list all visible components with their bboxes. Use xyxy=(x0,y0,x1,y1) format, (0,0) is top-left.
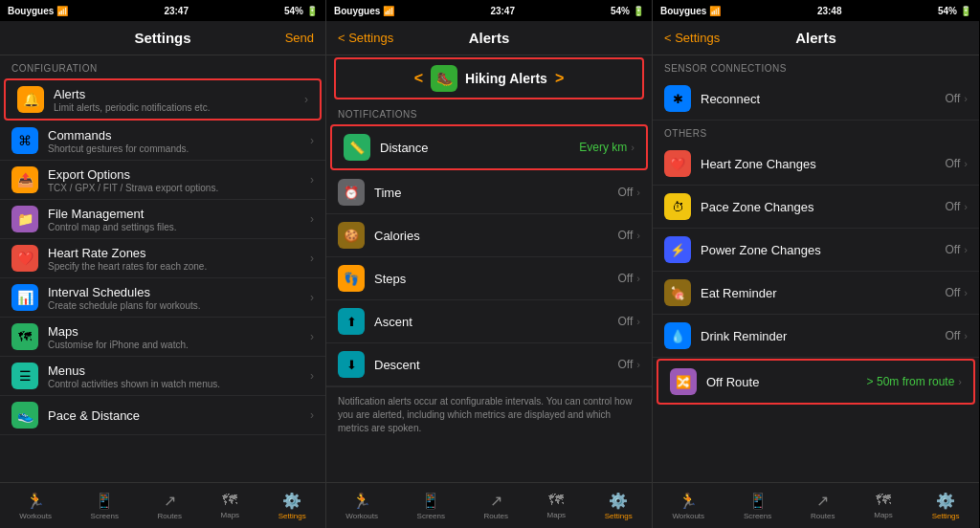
tab-workouts-3[interactable]: 🏃 Workouts xyxy=(672,492,704,520)
prev-activity-button[interactable]: < xyxy=(414,70,423,87)
file-mgmt-subtitle: Control map and settings files. xyxy=(48,222,306,232)
tab-bar-3: 🏃 Workouts 📱 Screens ↗ Routes 🗺 Maps ⚙️ … xyxy=(653,482,979,528)
nav-send-button[interactable]: Send xyxy=(285,31,314,45)
maps-chevron: › xyxy=(310,330,314,343)
workouts-icon-2: 🏃 xyxy=(352,492,371,510)
export-title: Export Options xyxy=(48,167,306,182)
tab-routes-1[interactable]: ↗ Routes xyxy=(158,492,182,520)
steps-alert-row[interactable]: 👣 Steps Off › xyxy=(326,257,652,300)
file-mgmt-row[interactable]: 📁 File Management Control map and settin… xyxy=(0,200,325,239)
heart-zone-row[interactable]: ❤️ Heart Zone Changes Off › xyxy=(653,143,979,186)
screens-icon-2: 📱 xyxy=(421,492,440,510)
maps-row[interactable]: 🗺 Maps Customise for iPhone and watch. › xyxy=(0,318,325,357)
tab-workouts-2[interactable]: 🏃 Workouts xyxy=(345,492,378,520)
status-left-2: Bouygues 📶 xyxy=(334,6,394,16)
reconnect-label: Reconnect xyxy=(701,92,946,106)
tab-workouts-1[interactable]: 🏃 Workouts xyxy=(19,492,52,520)
wifi-icon-1: 📶 xyxy=(56,6,68,16)
time-label: Time xyxy=(374,186,618,200)
tab-maps-1[interactable]: 🗺 Maps xyxy=(221,492,240,519)
tab-settings-2[interactable]: ⚙️ Settings xyxy=(605,492,633,520)
interval-row[interactable]: 📊 Interval Schedules Create schedule pla… xyxy=(0,278,325,318)
tab-maps-2[interactable]: 🗺 Maps xyxy=(547,492,567,519)
off-route-chevron: › xyxy=(958,376,962,387)
reconnect-chevron: › xyxy=(964,93,968,104)
next-activity-button[interactable]: > xyxy=(555,70,564,87)
maps-tab-label-3: Maps xyxy=(874,511,893,519)
drink-reminder-row[interactable]: 💧 Drink Reminder Off › xyxy=(653,315,979,358)
notifications-header: NOTIFICATIONS xyxy=(326,101,652,123)
status-left-3: Bouygues 📶 xyxy=(660,6,721,16)
screens-label-2: Screens xyxy=(417,512,445,520)
others-header: OTHERS xyxy=(653,121,979,143)
tab-routes-2[interactable]: ↗ Routes xyxy=(484,492,508,520)
power-zone-row[interactable]: ⚡ Power Zone Changes Off › xyxy=(653,229,979,272)
battery-icon-2: 🔋 xyxy=(633,6,644,16)
nav-back-3[interactable]: < Settings xyxy=(664,31,720,45)
heart-zone-label: Heart Zone Changes xyxy=(701,157,946,171)
file-mgmt-title: File Management xyxy=(48,207,306,221)
pace-zone-row[interactable]: ⏱ Pace Zone Changes Off › xyxy=(653,186,979,229)
time-alert-row[interactable]: ⏰ Time Off › xyxy=(326,171,652,214)
battery-1: 54% xyxy=(284,6,303,16)
settings-tab-label: Settings xyxy=(278,512,306,520)
menus-icon: ☰ xyxy=(11,363,38,389)
interval-icon: 📊 xyxy=(11,284,38,311)
eat-reminder-icon: 🍖 xyxy=(664,279,691,306)
ascent-icon: ⬆ xyxy=(338,308,365,335)
menus-subtitle: Control activities shown in watch menus. xyxy=(48,379,306,389)
off-route-row[interactable]: 🔀 Off Route > 50m from route › xyxy=(657,359,975,405)
menus-row[interactable]: ☰ Menus Control activities shown in watc… xyxy=(0,357,325,396)
tab-settings-3[interactable]: ⚙️ Settings xyxy=(932,492,960,520)
status-bar-2: Bouygues 📶 23:47 54% 🔋 xyxy=(326,0,652,21)
steps-chevron: › xyxy=(636,273,640,284)
distance-alert-row[interactable]: 📏 Distance Every km › xyxy=(330,124,648,170)
battery-3: 54% xyxy=(938,6,957,16)
maps-tab-icon-2: 🗺 xyxy=(548,492,564,509)
commands-text: Commands Shortcut gestures for commands. xyxy=(48,128,306,154)
wifi-icon-2: 📶 xyxy=(383,6,394,16)
export-row[interactable]: 📤 Export Options TCX / GPX / FIT / Strav… xyxy=(0,161,325,200)
heart-rate-row[interactable]: ❤️ Heart Rate Zones Specify the heart ra… xyxy=(0,239,325,278)
maps-tab-icon: 🗺 xyxy=(222,492,237,509)
settings-tab-icon-2: ⚙️ xyxy=(609,492,628,510)
ascent-alert-row[interactable]: ⬆ Ascent Off › xyxy=(326,300,652,343)
reconnect-row[interactable]: ✱ Reconnect Off › xyxy=(653,77,979,121)
interval-chevron: › xyxy=(310,291,314,304)
power-zone-label: Power Zone Changes xyxy=(701,243,946,257)
interval-text: Interval Schedules Create schedule plans… xyxy=(48,285,306,311)
battery-2: 54% xyxy=(611,6,630,16)
eat-reminder-row[interactable]: 🍖 Eat Reminder Off › xyxy=(653,272,979,315)
pace-row[interactable]: 👟 Pace & Distance › xyxy=(0,396,325,435)
hiking-alerts-panel: Bouygues 📶 23:47 54% 🔋 < Settings Alerts… xyxy=(326,0,653,528)
sensor-content: SENSOR CONNECTIONS ✱ Reconnect Off › OTH… xyxy=(653,55,979,482)
commands-title: Commands xyxy=(48,128,306,143)
commands-row[interactable]: ⌘ Commands Shortcut gestures for command… xyxy=(0,121,325,161)
commands-chevron: › xyxy=(310,134,314,147)
calories-alert-row[interactable]: 🍪 Calories Off › xyxy=(326,214,652,257)
settings-tab-icon: ⚙️ xyxy=(282,492,301,510)
status-right-2: 54% 🔋 xyxy=(611,6,644,16)
drink-reminder-chevron: › xyxy=(964,330,968,341)
battery-icon-1: 🔋 xyxy=(306,6,318,16)
maps-tab-label-2: Maps xyxy=(547,511,567,519)
tab-screens-3[interactable]: 📱 Screens xyxy=(744,492,771,520)
sensor-alerts-panel: Bouygues 📶 23:48 54% 🔋 < Settings Alerts… xyxy=(653,0,979,528)
workouts-icon-3: 🏃 xyxy=(679,492,698,510)
tab-screens-1[interactable]: 📱 Screens xyxy=(91,492,119,520)
wifi-icon-3: 📶 xyxy=(709,6,721,16)
nav-back-2[interactable]: < Settings xyxy=(338,31,393,45)
tab-settings-1[interactable]: ⚙️ Settings xyxy=(278,492,306,520)
screens-icon: 📱 xyxy=(95,492,114,510)
descent-alert-row[interactable]: ⬇ Descent Off › xyxy=(326,343,652,386)
status-right-1: 54% 🔋 xyxy=(284,6,318,16)
hiking-header: < 🥾 Hiking Alerts > xyxy=(334,57,644,99)
distance-icon: 📏 xyxy=(344,134,370,161)
export-subtitle: TCX / GPX / FIT / Strava export options. xyxy=(48,183,306,193)
tab-maps-3[interactable]: 🗺 Maps xyxy=(874,492,893,519)
tab-routes-3[interactable]: ↗ Routes xyxy=(811,492,835,520)
alerts-row[interactable]: 🔔 Alerts Limit alerts, periodic notifica… xyxy=(4,78,322,121)
tab-screens-2[interactable]: 📱 Screens xyxy=(417,492,445,520)
maps-subtitle: Customise for iPhone and watch. xyxy=(48,340,306,350)
pace-title: Pace & Distance xyxy=(48,408,306,423)
